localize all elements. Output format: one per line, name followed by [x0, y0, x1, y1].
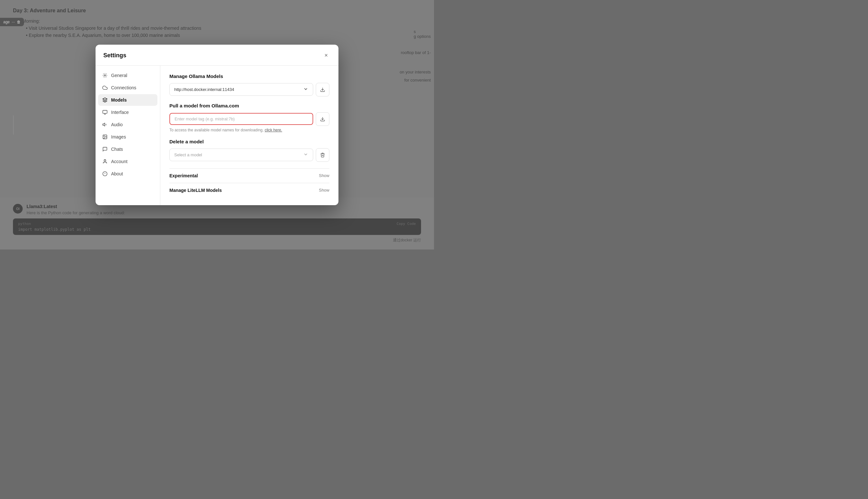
pull-row: [169, 112, 329, 126]
sidebar-connections-label: Connections: [111, 85, 136, 90]
model-tag-input[interactable]: [169, 113, 313, 125]
chat-icon: [102, 146, 108, 152]
modal-backdrop: Settings × General: [0, 0, 434, 250]
sidebar-account-label: Account: [111, 159, 128, 164]
delete-row: Select a model: [169, 148, 329, 162]
pull-download-button[interactable]: [316, 112, 329, 126]
svg-marker-5: [103, 123, 105, 126]
url-row: http://host.docker.internal:11434: [169, 83, 329, 96]
sidebar-audio-label: Audio: [111, 122, 123, 127]
experimental-show-button[interactable]: Show: [319, 173, 329, 178]
svg-rect-2: [103, 110, 107, 113]
manage-ollama-title: Manage Ollama Models: [169, 73, 329, 79]
sidebar-item-connections[interactable]: Connections: [98, 82, 157, 94]
modal-body: General Connections: [96, 66, 338, 205]
pull-title: Pull a model from Ollama.com: [169, 103, 329, 108]
image-icon: [102, 134, 108, 140]
sidebar-item-models[interactable]: Models: [98, 94, 157, 106]
experimental-row[interactable]: Experimental Show: [169, 168, 329, 183]
settings-sidebar: General Connections: [96, 66, 160, 205]
litelm-show-button[interactable]: Show: [319, 188, 329, 193]
click-here-link[interactable]: click here.: [265, 128, 282, 132]
ollama-download-button[interactable]: [316, 83, 329, 96]
model-select-dropdown[interactable]: Select a model: [169, 148, 313, 161]
speaker-icon: [102, 122, 108, 127]
chevron-down-icon-2: [303, 152, 308, 158]
models-content: Manage Ollama Models http://host.docker.…: [160, 66, 338, 205]
modal-title: Settings: [103, 52, 126, 59]
ollama-url-select[interactable]: http://host.docker.internal:11434: [169, 83, 313, 96]
delete-title: Delete a model: [169, 139, 329, 144]
sidebar-item-interface[interactable]: Interface: [98, 107, 157, 118]
close-button[interactable]: ×: [322, 51, 331, 60]
sidebar-item-about[interactable]: About: [98, 168, 157, 180]
sidebar-about-label: About: [111, 171, 123, 177]
litelm-label: Manage LiteLLM Models: [169, 188, 222, 193]
svg-marker-1: [103, 98, 107, 100]
svg-point-0: [104, 75, 106, 76]
delete-section: Delete a model Select a model: [169, 139, 329, 162]
monitor-icon: [102, 109, 108, 115]
pull-section: Pull a model from Ollama.com To access t…: [169, 103, 329, 132]
svg-point-8: [104, 160, 106, 161]
model-select-placeholder: Select a model: [174, 153, 202, 157]
account-icon: [102, 159, 108, 165]
sidebar-item-account[interactable]: Account: [98, 156, 157, 167]
delete-model-button[interactable]: [316, 148, 329, 162]
sidebar-chats-label: Chats: [111, 147, 123, 152]
settings-modal: Settings × General: [96, 45, 338, 205]
pull-hint: To access the available model names for …: [169, 128, 329, 132]
cloud-icon: [102, 85, 108, 90]
layers-icon: [102, 97, 108, 103]
sidebar-models-label: Models: [111, 97, 127, 102]
svg-point-7: [104, 136, 105, 136]
sidebar-item-general[interactable]: General: [98, 70, 157, 81]
chevron-down-icon: [303, 86, 308, 93]
experimental-label: Experimental: [169, 173, 198, 178]
sidebar-interface-label: Interface: [111, 110, 129, 115]
modal-header: Settings ×: [96, 45, 338, 66]
gear-icon: [102, 73, 108, 78]
sidebar-images-label: Images: [111, 134, 126, 139]
info-icon: [102, 171, 108, 177]
sidebar-item-chats[interactable]: Chats: [98, 143, 157, 155]
sidebar-item-audio[interactable]: Audio: [98, 119, 157, 131]
litelm-row[interactable]: Manage LiteLLM Models Show: [169, 183, 329, 197]
sidebar-item-images[interactable]: Images: [98, 131, 157, 143]
sidebar-general-label: General: [111, 73, 127, 78]
ollama-url-value: http://host.docker.internal:11434: [174, 87, 234, 92]
